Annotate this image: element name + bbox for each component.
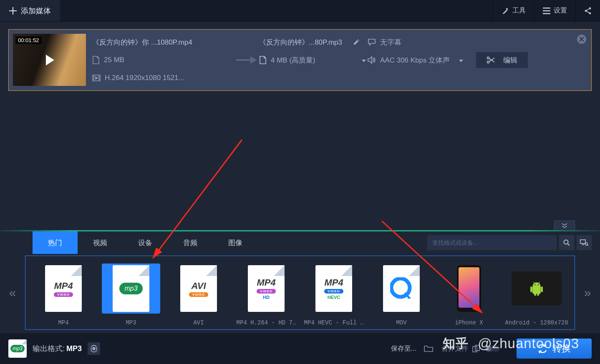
format-label: MOV bbox=[396, 319, 406, 326]
gear-icon bbox=[90, 345, 98, 352]
format-tile-mp4[interactable]: MP4VIDEO MP4 bbox=[30, 262, 97, 326]
device-search-icon bbox=[580, 239, 588, 246]
format-tabs: 热门 视频 设备 音频 图像 bbox=[0, 231, 600, 254]
source-filename: 《反方向的钟》你 ...1080P.mp4 bbox=[92, 38, 234, 47]
tab-popular[interactable]: 热门 bbox=[33, 231, 78, 254]
folder-icon[interactable] bbox=[424, 345, 433, 352]
wand-icon bbox=[502, 7, 509, 15]
convert-label: 转换 bbox=[552, 342, 571, 355]
svg-point-13 bbox=[534, 284, 535, 285]
svg-rect-10 bbox=[580, 240, 585, 244]
toggle-off-icon bbox=[485, 345, 500, 352]
svg-point-14 bbox=[538, 284, 539, 285]
carousel-prev[interactable]: « bbox=[0, 256, 25, 330]
format-label: MP3 bbox=[126, 319, 136, 326]
search-icon bbox=[563, 239, 570, 246]
format-tile-mp3[interactable]: mp3 MP3 bbox=[97, 262, 165, 326]
edit-label: 编辑 bbox=[503, 55, 517, 65]
svg-rect-2 bbox=[543, 13, 550, 14]
svg-point-19 bbox=[486, 346, 492, 351]
carousel-next[interactable]: » bbox=[575, 256, 600, 330]
subtitle-label[interactable]: 无字幕 bbox=[380, 38, 401, 47]
top-toolbar: 添加媒体 工具 设置 bbox=[0, 0, 600, 22]
target-filename: 《反方向的钟》...80P.mp3 bbox=[259, 38, 342, 47]
format-tile-iphonex[interactable]: iPhone X bbox=[435, 262, 503, 326]
pencil-icon[interactable] bbox=[353, 39, 360, 45]
svg-rect-17 bbox=[475, 345, 479, 351]
format-tile-mov[interactable]: MOV bbox=[368, 262, 435, 326]
edit-button[interactable]: 编辑 bbox=[476, 52, 528, 68]
share-button[interactable] bbox=[575, 0, 600, 21]
svg-rect-0 bbox=[543, 8, 550, 9]
tools-button[interactable]: 工具 bbox=[493, 0, 534, 21]
merge-files-toggle[interactable]: 合并文件 bbox=[433, 344, 508, 353]
size-dropdown[interactable] bbox=[360, 56, 368, 64]
speech-bubble-icon bbox=[368, 38, 376, 46]
tab-image[interactable]: 图像 bbox=[213, 231, 258, 254]
thumbnail-timestamp: 00:01:52 bbox=[15, 36, 42, 44]
tablet-icon bbox=[512, 271, 562, 306]
format-tile-avi[interactable]: AVIVIDEO AVI bbox=[165, 262, 232, 326]
remove-item-button[interactable] bbox=[577, 35, 586, 44]
format-grid: MP4VIDEO MP4 mp3 MP3 AVIVIDEO AVI MP4VID… bbox=[25, 256, 575, 330]
add-media-button[interactable]: 添加媒体 bbox=[0, 0, 60, 21]
tab-video[interactable]: 视频 bbox=[78, 231, 123, 254]
collapse-panel-button[interactable] bbox=[554, 221, 575, 230]
settings-label: 设置 bbox=[554, 6, 567, 15]
media-thumbnail[interactable]: 00:01:52 bbox=[13, 34, 86, 86]
format-label: AVI bbox=[193, 319, 204, 326]
media-item[interactable]: 00:01:52 《反方向的钟》你 ...1080P.mp4 《反方向的钟》..… bbox=[8, 29, 592, 91]
tab-audio[interactable]: 音频 bbox=[168, 231, 213, 254]
tools-label: 工具 bbox=[512, 6, 526, 15]
scissors-icon bbox=[487, 56, 495, 64]
convert-button[interactable]: 转换 bbox=[517, 339, 592, 359]
settings-button[interactable]: 设置 bbox=[534, 0, 575, 21]
source-codec: H.264 1920x1080 1521... bbox=[105, 74, 184, 82]
add-media-label: 添加媒体 bbox=[21, 6, 51, 16]
double-chevron-down-icon bbox=[561, 223, 568, 228]
save-to-label: 保存至... bbox=[391, 344, 416, 353]
format-carousel: « MP4VIDEO MP4 mp3 MP3 AVIVIDEO AVI bbox=[0, 254, 600, 333]
output-settings-button[interactable] bbox=[88, 342, 100, 355]
format-label: Android - 1280x720 bbox=[505, 319, 568, 326]
format-tile-mp4-hevc[interactable]: MP4VIDEO HEVC MP4 HEVC - Full … bbox=[300, 262, 368, 326]
format-label: MP4 H.264 - HD 7… bbox=[237, 319, 296, 326]
source-size: 25 MB bbox=[104, 56, 124, 64]
share-icon bbox=[584, 7, 592, 15]
caret-down-icon bbox=[459, 60, 463, 62]
format-search-input[interactable] bbox=[427, 235, 557, 250]
save-to-button[interactable]: 保存至... bbox=[383, 340, 424, 357]
hamburger-icon bbox=[543, 8, 550, 14]
format-tile-mp4-hd[interactable]: MP4VIDEO HD MP4 H.264 - HD 7… bbox=[232, 262, 300, 326]
plus-icon bbox=[9, 7, 17, 15]
target-size[interactable]: 4 MB (高质量) bbox=[271, 55, 315, 65]
device-detect-button[interactable] bbox=[577, 235, 592, 250]
video-codec-icon bbox=[92, 75, 101, 81]
file-icon bbox=[259, 56, 267, 64]
format-label: iPhone X bbox=[455, 319, 483, 326]
speaker-icon bbox=[368, 56, 376, 64]
format-panel: 热门 视频 设备 音频 图像 « MP4VIDEO MP4 bbox=[0, 230, 600, 333]
caret-down-icon bbox=[362, 60, 366, 62]
merge-icon bbox=[472, 345, 481, 352]
svg-rect-1 bbox=[543, 10, 550, 11]
tab-device[interactable]: 设备 bbox=[123, 231, 168, 254]
arrow-right-icon bbox=[236, 56, 257, 64]
phone-icon bbox=[457, 265, 481, 312]
media-info-grid: 《反方向的钟》你 ...1080P.mp4 《反方向的钟》...80P.mp3 … bbox=[86, 34, 587, 86]
merge-label: 合并文件 bbox=[441, 344, 468, 353]
svg-rect-16 bbox=[473, 346, 477, 352]
play-icon[interactable] bbox=[43, 54, 56, 66]
format-tile-android[interactable]: Android - 1280x720 bbox=[503, 262, 570, 326]
output-format-label: 输出格式: bbox=[33, 344, 65, 354]
search-button[interactable] bbox=[559, 235, 574, 250]
audio-info[interactable]: AAC 306 Kbps 立体声 bbox=[380, 55, 450, 65]
audio-dropdown[interactable] bbox=[457, 56, 465, 64]
format-label: MP4 HEVC - Full … bbox=[304, 319, 364, 326]
file-icon bbox=[92, 56, 100, 64]
footer-bar: mp3 输出格式: MP3 保存至... 合并文件 转换 bbox=[0, 333, 600, 364]
convert-icon bbox=[537, 344, 547, 353]
svg-point-11 bbox=[585, 243, 587, 245]
android-icon bbox=[530, 281, 543, 296]
svg-point-9 bbox=[564, 240, 568, 244]
